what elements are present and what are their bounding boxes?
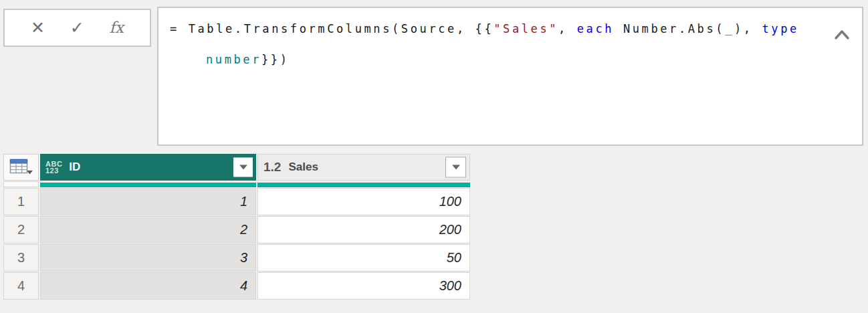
dropdown-arrow-icon <box>239 165 247 170</box>
row-number[interactable]: 3 <box>3 244 39 272</box>
row-number[interactable]: 2 <box>3 216 39 243</box>
cell-sales[interactable]: 50 <box>257 244 470 272</box>
filter-dropdown-button[interactable] <box>233 158 253 177</box>
formula-token: each <box>577 22 614 35</box>
cell-id[interactable]: 2 <box>40 216 256 243</box>
row-number[interactable]: 4 <box>3 272 39 300</box>
formula-token: Number.Abs(_), <box>614 22 762 35</box>
formula-token: , <box>558 22 577 35</box>
formula-input[interactable]: = Table.TransformColumns(Source, {{"Sale… <box>157 7 863 146</box>
quality-bar-sales <box>257 181 470 187</box>
cell-id[interactable]: 4 <box>40 272 256 300</box>
commit-icon[interactable]: ✓ <box>70 19 84 36</box>
formula-token: "Sales" <box>494 22 558 35</box>
column-name: ID <box>69 161 80 174</box>
formula-line-1: = Table.TransformColumns(Source, {{"Sale… <box>170 13 822 44</box>
column-header-sales[interactable]: 1.2 Sales <box>257 154 470 181</box>
preview-grid: ABC123 ID 1.2 Sales 1110022200335044300 <box>3 154 470 300</box>
cell-sales[interactable]: 200 <box>257 216 470 243</box>
quality-bar-gutter <box>3 181 39 187</box>
formula-bar-buttons: ✕ ✓ fx <box>3 9 151 47</box>
formula-token: type <box>762 22 798 35</box>
add-function-icon[interactable]: fx <box>110 20 124 35</box>
cell-id[interactable]: 1 <box>40 188 256 215</box>
formula-line-2: number}}) <box>170 44 822 75</box>
column-name: Sales <box>288 161 318 174</box>
dropdown-arrow-icon <box>452 165 460 170</box>
formula-token: = Table.TransformColumns(Source, {{ <box>170 22 494 35</box>
table-grid-icon <box>9 158 33 177</box>
select-all-table-button[interactable] <box>3 154 39 181</box>
cell-sales[interactable]: 300 <box>257 272 470 300</box>
cell-id[interactable]: 3 <box>40 244 256 272</box>
collapse-formula-bar-icon[interactable] <box>834 29 850 40</box>
quality-bar-id <box>40 181 256 187</box>
filter-dropdown-button[interactable] <box>445 157 466 178</box>
cancel-icon[interactable]: ✕ <box>31 19 45 36</box>
dropdown-arrow-icon <box>27 171 33 175</box>
column-header-id[interactable]: ABC123 ID <box>40 154 256 181</box>
row-number[interactable]: 1 <box>3 188 39 215</box>
data-type-decimal-icon[interactable]: 1.2 <box>263 160 281 175</box>
formula-token: }}) <box>261 53 290 66</box>
power-query-editor: ✕ ✓ fx = Table.TransformColumns(Source, … <box>0 0 868 313</box>
cell-sales[interactable]: 100 <box>257 188 470 215</box>
data-type-any-icon[interactable]: ABC123 <box>45 161 62 174</box>
formula-token: number <box>206 53 261 66</box>
